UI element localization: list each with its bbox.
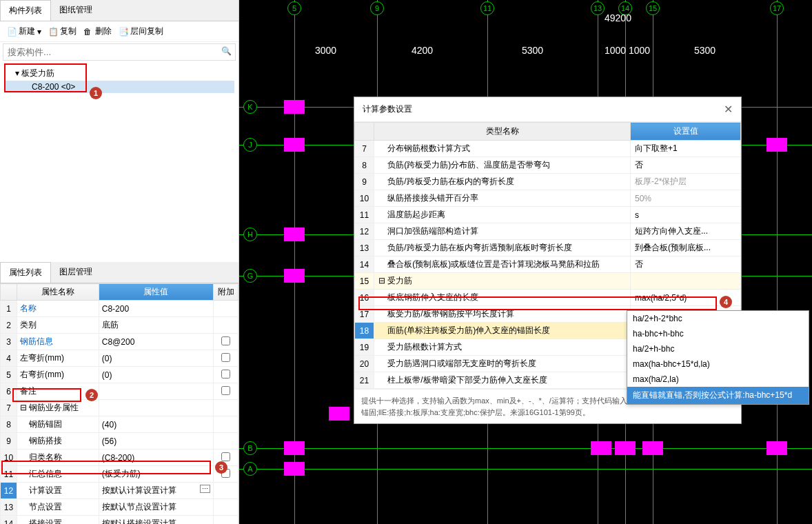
param-name: 洞口加强筋端部构造计算 — [374, 223, 631, 240]
prop-attach[interactable] — [214, 317, 238, 334]
column — [591, 441, 611, 455]
prop-attach[interactable] — [214, 301, 238, 317]
grid-bubble: 11 — [480, 1, 494, 15]
search-box: 🔍 — [3, 43, 236, 61]
param-value[interactable]: s — [631, 207, 741, 223]
row-num: 14 — [1, 516, 17, 525]
prop-attach[interactable] — [214, 350, 238, 367]
column — [767, 441, 787, 455]
param-value[interactable]: 向下取整+1 — [631, 141, 741, 157]
prop-value[interactable]: (40) — [99, 416, 213, 433]
prop-attach[interactable] — [214, 383, 238, 400]
grid-bubble: 9 — [370, 1, 384, 15]
column — [642, 441, 663, 455]
param-value[interactable] — [631, 273, 741, 290]
formula-dropdown[interactable]: ha/2+h-2*bhcha-bhc+h-bhcha/2+h-bhcmax(ha… — [627, 310, 809, 405]
prop-value[interactable]: (0) — [99, 350, 213, 367]
row-num: 19 — [355, 339, 374, 356]
row-num: 18 — [355, 323, 374, 339]
row-num: 1 — [1, 301, 17, 317]
prop-attach[interactable] — [214, 334, 238, 350]
param-name: 负筋/跨板受力筋在板内弯折遇预制底板时弯折长度 — [374, 240, 631, 256]
prop-value[interactable]: C8-200 — [99, 301, 213, 317]
search-icon: 🔍 — [221, 46, 232, 56]
dropdown-option[interactable]: ha-bhc+h-bhc — [627, 326, 809, 341]
delete-button[interactable]: 🗑删除 — [81, 24, 114, 39]
dropdown-option[interactable]: max(ha-bhc+15*d,la) — [627, 356, 809, 372]
param-value[interactable]: 否 — [631, 157, 741, 174]
param-name: ⊟ 受力筋 — [374, 273, 631, 290]
prop-value[interactable]: 按默认搭接设置计算 — [99, 516, 213, 525]
dim-label: 4200 — [412, 45, 433, 56]
column — [284, 228, 305, 241]
row-num: 2 — [1, 317, 17, 334]
param-name: 叠合板(预制底板)或板缝位置是否计算现浇板马凳筋和拉筋 — [374, 256, 631, 273]
column — [615, 441, 636, 455]
row-num: 8 — [355, 157, 374, 174]
badge-1: 1 — [90, 87, 102, 99]
tab-drawings[interactable]: 图纸管理 — [51, 0, 101, 21]
row-num: 12 — [355, 223, 374, 240]
tab-components[interactable]: 构件列表 — [0, 0, 51, 21]
prop-name: 钢筋搭接 — [17, 433, 99, 450]
row-num: 10 — [355, 190, 374, 207]
column — [767, 138, 787, 152]
dropdown-option[interactable]: ha/2+h-bhc — [627, 341, 809, 356]
column — [284, 138, 305, 152]
dropdown-option[interactable]: ha/2+h-2*bhc — [627, 311, 809, 326]
copy-button[interactable]: 📋复制 — [45, 24, 79, 39]
param-value[interactable]: 到叠合板(预制底板... — [631, 240, 741, 256]
prop-attach[interactable] — [214, 499, 238, 516]
row-num: 8 — [1, 416, 17, 433]
search-input[interactable] — [3, 43, 236, 61]
prop-value[interactable]: (56) — [99, 433, 213, 450]
prop-value[interactable]: (0) — [99, 367, 213, 383]
ellipsis-button[interactable]: ⋯ — [200, 485, 210, 493]
property-tabs: 属性列表 图层管理 — [0, 262, 238, 283]
prop-name: 名称 — [17, 301, 99, 317]
layer-copy-button[interactable]: 📑层间复制 — [116, 24, 166, 39]
dropdown-option[interactable]: max(ha/2,la) — [627, 372, 809, 387]
prop-value[interactable] — [99, 383, 213, 400]
param-value[interactable]: 板厚-2*保护层 — [631, 174, 741, 190]
param-name: 分布钢筋根数计算方式 — [374, 141, 631, 157]
prop-attach[interactable] — [214, 400, 238, 416]
prop-value[interactable]: 底筋 — [99, 317, 213, 334]
row-num: 12 — [1, 483, 17, 499]
row-num: 7 — [1, 400, 17, 416]
new-icon: 📄 — [7, 27, 17, 37]
grid-bubble: K — [243, 100, 257, 114]
param-value[interactable]: 否 — [631, 256, 741, 273]
prop-attach[interactable] — [214, 433, 238, 450]
prop-attach[interactable] — [214, 483, 238, 499]
prop-name: 节点设置 — [17, 499, 99, 516]
prop-attach[interactable] — [214, 516, 238, 525]
grid-bubble: B — [243, 441, 257, 455]
dropdown-option[interactable]: 能直锚就直锚,否则按公式计算:ha-bhc+15*d — [627, 387, 809, 404]
dim-label: 1000 — [605, 45, 626, 56]
column — [284, 269, 305, 283]
prop-value[interactable] — [99, 400, 213, 416]
param-value[interactable]: 50% — [631, 190, 741, 207]
new-button[interactable]: 📄新建▾ — [4, 24, 44, 39]
tab-properties[interactable]: 属性列表 — [0, 262, 51, 283]
grid-bubble: J — [243, 138, 257, 152]
prop-value[interactable]: 按默认计算设置计算⋯ — [99, 483, 213, 499]
tab-layers[interactable]: 图层管理 — [51, 262, 101, 283]
prop-attach[interactable] — [214, 367, 238, 383]
component-tabs: 构件列表 图纸管理 — [0, 0, 238, 21]
grid-bubble: 13 — [591, 1, 605, 15]
dim-label: 5300 — [694, 45, 715, 56]
grid-bubble: 17 — [770, 1, 784, 15]
prop-attach[interactable] — [214, 416, 238, 433]
param-value[interactable]: 短跨方向伸入支座... — [631, 223, 741, 240]
close-icon[interactable]: ✕ — [724, 103, 733, 116]
column — [284, 100, 305, 114]
dim-label: 1000 — [629, 45, 650, 56]
prop-value[interactable]: 按默认节点设置计算 — [99, 499, 213, 516]
row-num: 5 — [1, 367, 17, 383]
row-num: 15 — [355, 273, 374, 290]
row-num: 11 — [355, 207, 374, 223]
badge-3: 3 — [215, 461, 227, 474]
prop-value[interactable]: C8@200 — [99, 334, 213, 350]
